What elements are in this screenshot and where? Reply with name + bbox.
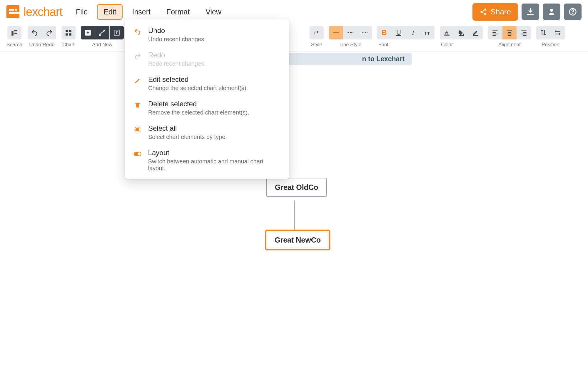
menu-insert[interactable]: Insert xyxy=(126,4,157,20)
share-button[interactable]: Share xyxy=(472,3,518,21)
svg-rect-11 xyxy=(69,30,71,32)
toolbar-group-style: Style xyxy=(310,26,324,48)
textbox-icon xyxy=(113,29,121,37)
download-icon xyxy=(526,7,535,16)
dropdown-edit-selected[interactable]: Edit selected Change the selected chart … xyxy=(125,71,289,96)
logo[interactable]: lexchart xyxy=(6,5,62,19)
text-color-button[interactable]: A xyxy=(440,26,454,39)
svg-rect-7 xyxy=(14,30,17,31)
svg-point-5 xyxy=(572,14,573,14)
dropdown-redo: Redo Redo recent changes. xyxy=(125,47,289,71)
topbar-right: Share xyxy=(472,3,582,21)
toolbar-group-alignment: Alignment xyxy=(488,26,531,48)
svg-point-41 xyxy=(138,152,141,156)
svg-rect-8 xyxy=(14,32,17,32)
node-label: Great NewCo xyxy=(275,236,321,244)
dropdown-edit-title: Edit selected xyxy=(148,75,248,84)
svg-point-1 xyxy=(480,11,482,13)
menubar: File Edit Insert Format View xyxy=(69,4,228,20)
undo-icon xyxy=(31,29,39,37)
help-button[interactable] xyxy=(564,4,582,20)
dropdown-undo[interactable]: Undo Undo recent changes. xyxy=(125,22,289,47)
dropdown-layout-desc: Switch between automatic and manual char… xyxy=(148,158,280,172)
connector-icon xyxy=(98,29,106,37)
svg-point-3 xyxy=(550,9,553,12)
dropdown-delete-desc: Remove the selected chart element(s). xyxy=(148,109,249,116)
line-dotted-button[interactable] xyxy=(358,26,372,39)
arrows-horizontal-icon xyxy=(554,29,562,37)
dropdown-select-all[interactable]: Select all Select chart elements by type… xyxy=(125,120,289,145)
svg-point-15 xyxy=(99,35,100,36)
svg-rect-23 xyxy=(444,35,449,36)
undo-icon xyxy=(133,28,142,36)
dropdown-redo-desc: Redo recent changes. xyxy=(148,60,206,67)
svg-point-2 xyxy=(484,13,486,15)
grid-icon xyxy=(65,29,72,37)
dropdown-undo-title: Undo xyxy=(148,26,206,35)
chart-button[interactable] xyxy=(61,26,76,39)
svg-rect-25 xyxy=(473,35,478,36)
align-left-button[interactable] xyxy=(488,26,502,39)
underline-button[interactable]: U xyxy=(392,26,406,39)
menu-edit[interactable]: Edit xyxy=(97,4,123,20)
help-icon xyxy=(568,7,577,16)
user-icon xyxy=(547,7,556,16)
fill-color-button[interactable] xyxy=(454,26,468,39)
chart-canvas[interactable]: Great OldCo Great NewCo xyxy=(0,52,588,368)
dropdown-delete-selected[interactable]: Delete selected Remove the selected char… xyxy=(125,96,289,120)
add-text-button[interactable] xyxy=(110,26,124,39)
search-button[interactable] xyxy=(7,26,21,39)
chart-connector[interactable] xyxy=(294,200,295,230)
share-icon xyxy=(480,8,487,16)
pencil-underline-icon xyxy=(472,29,480,37)
style-connector-button[interactable] xyxy=(310,26,324,39)
text-size-button[interactable]: TT xyxy=(420,26,435,39)
add-connector-button[interactable] xyxy=(95,26,109,39)
line-dashed-button[interactable] xyxy=(343,26,358,39)
svg-rect-9 xyxy=(14,33,17,34)
line-dashed-icon xyxy=(347,29,354,37)
account-button[interactable] xyxy=(543,4,560,20)
menu-file[interactable]: File xyxy=(69,4,94,20)
undo-button[interactable] xyxy=(28,26,42,39)
position-horizontal-button[interactable] xyxy=(551,26,565,39)
alignment-label: Alignment xyxy=(498,42,521,48)
svg-rect-24 xyxy=(459,35,464,36)
select-all-icon xyxy=(133,125,142,134)
pencil-icon xyxy=(133,77,142,85)
color-label: Color xyxy=(440,42,453,48)
chart-title-text: n to Lexchart xyxy=(362,55,405,63)
undoredo-label: Undo Redo xyxy=(29,42,54,48)
italic-button[interactable]: I xyxy=(406,26,420,39)
dropdown-layout[interactable]: Layout Switch between automatic and manu… xyxy=(125,145,289,176)
share-label: Share xyxy=(491,7,511,16)
align-right-icon xyxy=(520,29,528,37)
toggle-icon xyxy=(133,150,142,158)
top-bar: lexchart File Edit Insert Format View Sh… xyxy=(0,0,588,24)
position-vertical-button[interactable] xyxy=(536,26,550,39)
border-color-button[interactable] xyxy=(469,26,483,39)
toolbar-group-chart: Chart xyxy=(61,26,76,48)
redo-button[interactable] xyxy=(42,26,56,39)
bold-button[interactable]: B xyxy=(377,26,391,39)
arrows-vertical-icon xyxy=(539,29,547,37)
toolbar-group-font: B U I TT Font xyxy=(377,26,435,48)
chart-node-oldco[interactable]: Great OldCo xyxy=(266,178,327,197)
addnew-label: Add New xyxy=(92,42,112,48)
style-label: Style xyxy=(311,42,322,48)
align-right-button[interactable] xyxy=(517,26,531,39)
line-solid-button[interactable] xyxy=(329,26,343,39)
align-center-button[interactable] xyxy=(502,26,517,39)
logo-text: lexchart xyxy=(24,5,62,19)
toolbar-group-linestyle: Line Style xyxy=(329,26,372,48)
chart-node-newco[interactable]: Great NewCo xyxy=(265,230,330,250)
add-box-button[interactable] xyxy=(81,26,95,39)
text-color-icon: A xyxy=(443,29,451,37)
line-dotted-icon xyxy=(361,29,369,37)
download-button[interactable] xyxy=(522,4,539,20)
search-label: Search xyxy=(6,42,22,48)
dropdown-delete-title: Delete selected xyxy=(148,100,249,108)
toolbar-group-addnew: Add New xyxy=(81,26,124,48)
menu-format[interactable]: Format xyxy=(160,4,196,20)
menu-view[interactable]: View xyxy=(199,4,228,20)
